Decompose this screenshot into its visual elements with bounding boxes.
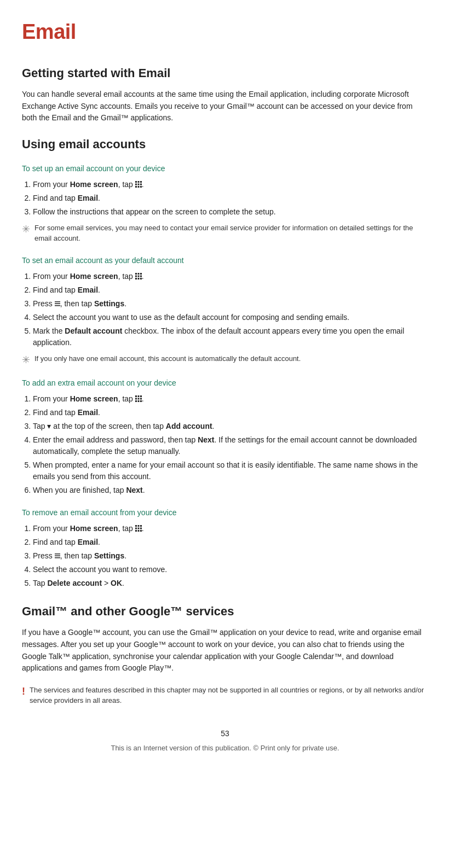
list-item: Find and tap Email.	[33, 537, 428, 548]
list-item: Follow the instructions that appear on t…	[33, 206, 428, 218]
bold-home-screen-3: Home screen	[70, 394, 118, 403]
svg-rect-6	[135, 186, 137, 188]
svg-rect-34	[137, 528, 139, 529]
default-subheading: To set an email account as your default …	[22, 255, 428, 266]
bold-email: Email	[78, 194, 98, 202]
list-item: Press , then tap Settings.	[33, 298, 428, 310]
gmail-section: Gmail™ and other Google™ services If you…	[22, 602, 428, 706]
bold-ok: OK	[111, 579, 122, 587]
svg-rect-15	[135, 278, 137, 279]
svg-rect-18	[55, 301, 60, 302]
svg-rect-2	[140, 181, 142, 183]
getting-started-section: Getting started with Email You can handl…	[22, 64, 428, 124]
list-item: Find and tap Email.	[33, 407, 428, 418]
add-extra-steps: From your Home screen, tap . Find and ta…	[33, 393, 428, 496]
svg-rect-1	[137, 181, 139, 183]
svg-rect-27	[135, 400, 137, 402]
setup-steps: From your Home screen, tap . Find and ta…	[33, 179, 428, 218]
svg-rect-41	[55, 557, 60, 558]
bold-settings: Settings	[94, 299, 124, 308]
svg-rect-40	[55, 556, 60, 557]
list-item: Tap ▾ at the top of the screen, then tap…	[33, 421, 428, 432]
svg-rect-11	[140, 273, 142, 275]
svg-rect-19	[55, 304, 60, 305]
list-item: From your Home screen, tap .	[33, 523, 428, 534]
svg-rect-3	[135, 184, 137, 185]
svg-rect-21	[135, 395, 137, 397]
svg-rect-39	[55, 554, 60, 555]
svg-rect-4	[137, 184, 139, 185]
list-item: Find and tap Email.	[33, 284, 428, 296]
list-item: From your Home screen, tap .	[33, 271, 428, 282]
svg-rect-29	[140, 400, 142, 402]
svg-rect-25	[137, 398, 139, 400]
bold-next-2: Next	[126, 486, 142, 494]
svg-rect-17	[140, 278, 142, 279]
setup-tip: ✳ For some email services, you may need …	[22, 223, 428, 244]
svg-rect-23	[140, 395, 142, 397]
footer-note: This is an Internet version of this publ…	[22, 743, 428, 754]
getting-started-intro: You can handle several email accounts at…	[22, 89, 428, 124]
remove-subheading: To remove an email account from your dev…	[22, 507, 428, 519]
page-title: Email	[22, 16, 428, 48]
gmail-intro: If you have a Google™ account, you can u…	[22, 627, 428, 674]
svg-rect-38	[140, 530, 142, 532]
setup-subheading: To set up an email account on your devic…	[22, 163, 428, 174]
remove-steps: From your Home screen, tap . Find and ta…	[33, 523, 428, 589]
svg-rect-33	[135, 528, 137, 529]
default-steps: From your Home screen, tap . Find and ta…	[33, 271, 428, 348]
grid-icon	[135, 181, 142, 188]
gmail-heading: Gmail™ and other Google™ services	[22, 602, 428, 620]
setup-subsection: To set up an email account on your devic…	[22, 163, 428, 244]
svg-rect-30	[135, 525, 137, 527]
list-item: When you are finished, tap Next.	[33, 485, 428, 496]
bold-email-2: Email	[78, 286, 98, 294]
svg-rect-22	[137, 395, 139, 397]
bold-home-screen-4: Home screen	[70, 524, 118, 533]
svg-rect-14	[140, 276, 142, 277]
default-tip: ✳ If you only have one email account, th…	[22, 354, 428, 366]
list-item: Enter the email address and password, th…	[33, 434, 428, 457]
svg-rect-7	[137, 186, 139, 188]
svg-rect-26	[140, 398, 142, 400]
svg-rect-9	[135, 273, 137, 275]
remove-subsection: To remove an email account from your dev…	[22, 507, 428, 589]
gmail-warning: ! The services and features described in…	[22, 685, 428, 706]
bold-settings-2: Settings	[94, 551, 124, 560]
tip-text: For some email services, you may need to…	[34, 223, 428, 244]
list-item: When prompted, enter a name for your ema…	[33, 459, 428, 482]
footer: 53 This is an Internet version of this p…	[22, 728, 428, 754]
menu-icon-2	[55, 553, 60, 558]
bold-email-3: Email	[78, 408, 98, 417]
menu-icon	[55, 301, 60, 306]
list-item: Press , then tap Settings.	[33, 550, 428, 562]
svg-rect-10	[137, 273, 139, 275]
svg-rect-28	[137, 400, 139, 402]
grid-icon-2	[135, 273, 142, 279]
bold-default-account: Default account	[65, 327, 122, 335]
list-item: Mark the Default account checkbox. The i…	[33, 325, 428, 348]
svg-rect-32	[140, 525, 142, 527]
svg-rect-12	[135, 276, 137, 277]
bold-home-screen-2: Home screen	[70, 272, 118, 281]
svg-rect-24	[135, 398, 137, 400]
svg-rect-37	[137, 530, 139, 532]
using-accounts-section: Using email accounts To set up an email …	[22, 135, 428, 589]
svg-rect-31	[137, 525, 139, 527]
list-item: From your Home screen, tap .	[33, 179, 428, 190]
list-item: Select the account you want to remove.	[33, 564, 428, 575]
list-item: From your Home screen, tap .	[33, 393, 428, 405]
tip-icon-2: ✳	[22, 354, 30, 366]
warning-icon: !	[22, 685, 25, 698]
svg-rect-35	[140, 528, 142, 529]
using-accounts-heading: Using email accounts	[22, 135, 428, 153]
bold-next: Next	[198, 435, 214, 444]
svg-rect-36	[135, 530, 137, 532]
page-number: 53	[22, 728, 428, 739]
svg-rect-16	[137, 278, 139, 279]
tip-icon: ✳	[22, 223, 30, 236]
tip-text-2: If you only have one email account, this…	[34, 354, 301, 364]
list-item: Select the account you want to use as th…	[33, 312, 428, 323]
svg-rect-13	[137, 276, 139, 277]
list-item: Tap Delete account > OK.	[33, 578, 428, 589]
